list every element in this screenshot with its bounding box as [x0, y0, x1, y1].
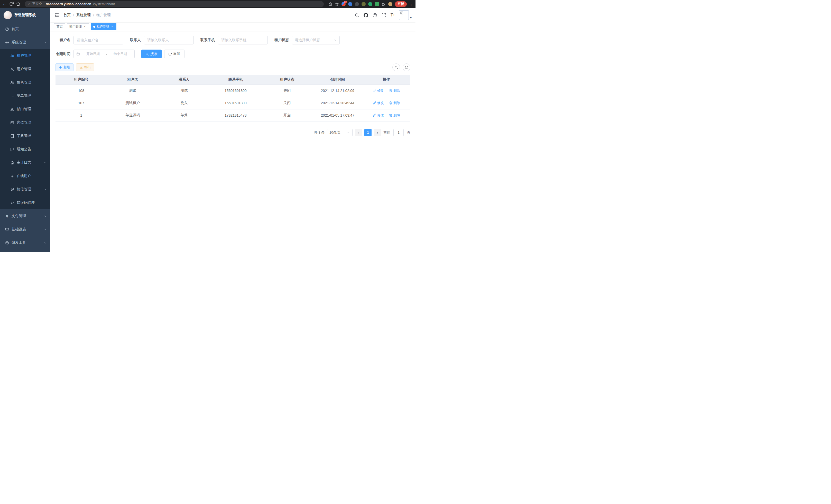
extension-icon-dark[interactable] — [355, 2, 359, 6]
toggle-search-button[interactable] — [392, 63, 400, 71]
header-search-icon[interactable] — [354, 13, 359, 18]
bookmark-star-icon[interactable] — [335, 2, 339, 6]
signal-icon — [10, 174, 14, 178]
extension-icon-green-circle[interactable] — [368, 2, 372, 6]
extension-icon-blue[interactable] — [348, 2, 352, 6]
sidebar: 芋道管理系统 首页 系统管理 租户管理 用户管理 — [0, 8, 50, 252]
cell-created: 2021-01-05 17:03:47 — [313, 109, 362, 121]
edit-button[interactable]: 修改 — [373, 101, 384, 105]
security-label[interactable]: 不安全 — [32, 2, 42, 6]
sidebar-item-errorcode[interactable]: 错误码管理 — [0, 196, 50, 209]
extension-icon-green-square[interactable] — [375, 2, 379, 6]
share-icon[interactable] — [328, 2, 332, 6]
browser-update-button[interactable]: 更新 — [395, 1, 407, 7]
cell-tenant-id: 1 — [56, 109, 107, 121]
sidebar-item-home[interactable]: 首页 — [0, 22, 50, 36]
sidebar-item-auditlog[interactable]: 审计日志 — [0, 156, 50, 169]
address-bar[interactable]: ⚠ 不安全 dashboard.yudao.iocoder.cn /system… — [25, 1, 324, 7]
sidebar-item-devtools[interactable]: 研发工具 — [0, 236, 50, 249]
extension-icon-badge[interactable]: 10 — [342, 2, 346, 6]
browser-actions: 10 更新 ⋮ — [328, 1, 413, 7]
page-size-select[interactable]: 10条/页 — [327, 129, 352, 136]
sidebar-item-post[interactable]: 岗位管理 — [0, 116, 50, 129]
user-avatar-menu[interactable]: ▾ — [399, 10, 412, 20]
delete-button[interactable]: 删除 — [389, 113, 400, 118]
log-doc-icon — [10, 161, 14, 165]
app-frame: 芋道管理系统 首页 系统管理 租户管理 用户管理 — [0, 8, 416, 252]
chevron-down-icon — [44, 188, 47, 191]
tenant-name-label: 租户名 — [56, 38, 70, 42]
menu-fold-icon[interactable] — [54, 12, 59, 18]
app-logo-row[interactable]: 芋道管理系统 — [0, 8, 50, 22]
org-tree-icon — [10, 108, 14, 111]
fullscreen-icon[interactable] — [381, 13, 386, 18]
extension-icon-olive[interactable] — [362, 2, 366, 6]
sidebar-item-payment[interactable]: ¥ 支付管理 — [0, 209, 50, 223]
close-icon[interactable]: × — [110, 25, 114, 29]
page-number-button[interactable]: 1 — [364, 129, 372, 136]
sidebar-item-role[interactable]: 角色管理 — [0, 76, 50, 89]
close-icon[interactable]: × — [83, 25, 87, 29]
chevron-up-icon — [44, 41, 47, 44]
cell-created: 2021-12-14 20:49:44 — [313, 97, 362, 109]
sidebar-item-label: 字典管理 — [17, 134, 31, 138]
search-button[interactable]: 搜索 — [141, 50, 162, 58]
sidebar-item-dept[interactable]: 部门管理 — [0, 102, 50, 116]
browser-profile-avatar[interactable] — [388, 2, 392, 6]
prev-page-button[interactable]: ‹ — [355, 129, 362, 136]
sidebar-item-online-users[interactable]: 在线用户 — [0, 169, 50, 183]
tags-view-bar: 首页 部门管理 × 租户管理 × — [50, 22, 416, 31]
date-range-picker[interactable]: 开始日期 - 结束日期 — [74, 50, 135, 58]
browser-home-icon[interactable] — [16, 2, 20, 6]
filter-row-2: 创建时间 开始日期 - 结束日期 搜索 重置 — [56, 50, 410, 58]
export-button[interactable]: 导出 — [76, 63, 94, 71]
goto-page-input[interactable] — [393, 129, 404, 136]
status-select-placeholder: 请选择租户状态 — [295, 38, 320, 42]
tab-tenant[interactable]: 租户管理 × — [91, 23, 116, 30]
cell-tenant-name: 测试 — [107, 85, 158, 97]
status-select[interactable]: 请选择租户状态 — [292, 36, 340, 45]
user-icon — [10, 67, 14, 71]
mobile-input[interactable] — [218, 36, 268, 45]
sidebar-item-menu[interactable]: 菜单管理 — [0, 89, 50, 102]
breadcrumb-item[interactable]: 系统管理 — [76, 13, 91, 18]
sidebar-item-label: 首页 — [11, 27, 19, 31]
gear-icon — [5, 40, 9, 45]
sidebar-item-notice[interactable]: 通知公告 — [0, 143, 50, 156]
edit-button[interactable]: 修改 — [373, 88, 384, 93]
refresh-table-button[interactable] — [403, 63, 410, 71]
col-actions: 操作 — [363, 75, 411, 85]
font-size-icon[interactable]: TT — [391, 13, 395, 17]
next-page-button[interactable]: › — [374, 129, 381, 136]
edit-button[interactable]: 修改 — [373, 113, 384, 118]
extensions-puzzle-icon[interactable] — [381, 2, 386, 6]
tab-dept[interactable]: 部门管理 × — [67, 23, 89, 30]
menu-list-icon — [10, 94, 14, 98]
sidebar-item-sms[interactable]: 短信管理 — [0, 183, 50, 196]
delete-button[interactable]: 删除 — [389, 88, 400, 93]
sidebar-item-tenant[interactable]: 租户管理 — [0, 49, 50, 62]
table-header-row: 租户编号 租户名 联系人 联系手机 租户状态 创建时间 操作 — [56, 75, 410, 85]
delete-button[interactable]: 删除 — [389, 101, 400, 105]
add-button[interactable]: 新增 — [56, 63, 74, 71]
shield-icon — [10, 187, 14, 191]
sidebar-item-system[interactable]: 系统管理 — [0, 36, 50, 49]
tenant-name-input[interactable] — [74, 36, 123, 45]
browser-reload-icon[interactable] — [9, 2, 13, 6]
avatar[interactable] — [399, 10, 409, 20]
tab-home[interactable]: 首页 — [54, 23, 65, 30]
browser-back-icon[interactable]: ← — [3, 2, 7, 6]
browser-menu-icon[interactable]: ⋮ — [409, 2, 413, 6]
cell-contact: 测试 — [158, 85, 210, 97]
sidebar-item-dict[interactable]: 字典管理 — [0, 129, 50, 143]
sidebar-item-infra[interactable]: 基础设施 — [0, 223, 50, 236]
help-icon[interactable] — [373, 13, 377, 18]
cell-contact: 芋艿 — [158, 109, 210, 121]
edit-icon — [373, 89, 376, 92]
reset-button[interactable]: 重置 — [164, 50, 184, 58]
sidebar-item-user[interactable]: 用户管理 — [0, 62, 50, 76]
cell-tenant-id: 107 — [56, 97, 107, 109]
breadcrumb-item[interactable]: 首页 — [63, 13, 71, 18]
github-icon[interactable] — [364, 13, 368, 18]
contact-input[interactable] — [144, 36, 194, 45]
